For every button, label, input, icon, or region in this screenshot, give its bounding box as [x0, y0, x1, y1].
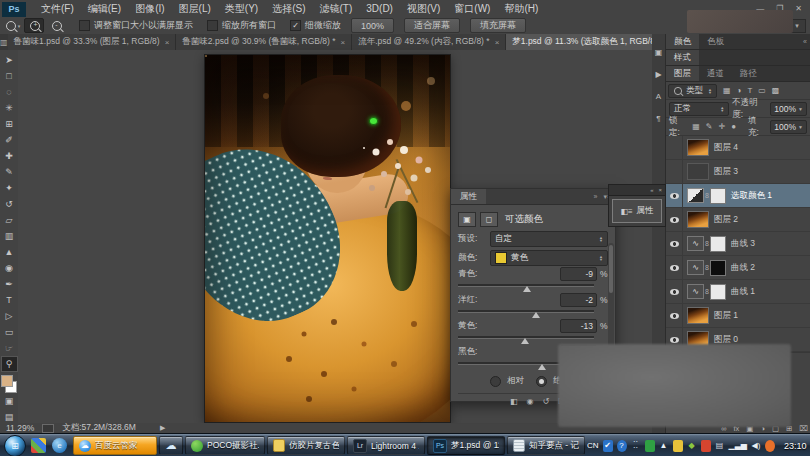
collapsed-panel-icon[interactable]: ▣ — [655, 48, 663, 57]
layers-bottom-icon[interactable]: ⌧ — [799, 424, 808, 433]
layer-name[interactable]: 选取颜色 1 — [731, 190, 772, 202]
layer-name[interactable]: 曲线 1 — [731, 286, 755, 298]
lock-icon[interactable]: ✎ — [706, 122, 713, 131]
tool-button[interactable]: ▱ — [1, 212, 18, 228]
tray-icon[interactable] — [765, 440, 775, 452]
layer-thumbnail[interactable] — [687, 307, 709, 324]
menu-item[interactable]: 图层(L) — [172, 0, 218, 17]
tool-button[interactable]: ▲ — [1, 244, 18, 260]
checkbox-box[interactable]: ✓ — [207, 20, 218, 31]
layer-row[interactable]: 8 选取颜色 1 — [666, 184, 810, 208]
tool-button[interactable]: ⚲ — [1, 356, 18, 372]
tray-icon[interactable]: ▲ — [659, 440, 669, 452]
collapsed-panel-icon[interactable]: ▶ — [655, 70, 661, 79]
tool-button[interactable]: ⊞ — [1, 116, 18, 132]
layer-row[interactable]: 8 图层 3 — [666, 160, 810, 184]
zoom-tool-icon[interactable]: ▾ — [4, 19, 22, 32]
tray-icon[interactable]: ◆ — [687, 440, 697, 452]
zoom-level-field[interactable]: 11.29% — [6, 423, 34, 433]
slider-thumb[interactable] — [523, 286, 531, 292]
tool-button[interactable]: ✦ — [1, 180, 18, 196]
status-arrow-icon[interactable]: ▶ — [160, 424, 165, 432]
canvas-photo[interactable] — [205, 55, 450, 422]
menu-item[interactable]: 选择(S) — [265, 0, 312, 17]
start-button[interactable]: ⊞ — [4, 435, 26, 456]
layer-name[interactable]: 图层 2 — [714, 214, 738, 226]
flyout-close-icon[interactable]: × — [658, 187, 662, 193]
checkbox-box[interactable]: ✓ — [290, 20, 301, 31]
option-checkbox[interactable]: ✓ 缩放所有窗口 — [207, 19, 276, 32]
properties-tab[interactable]: 属性 — [451, 189, 486, 204]
collapse-to-icons-button[interactable]: « — [803, 34, 810, 49]
layer-name[interactable]: 曲线 2 — [731, 262, 755, 274]
options-button[interactable]: 适合屏幕 — [404, 18, 460, 33]
panel-tab[interactable]: 通道 — [699, 66, 732, 81]
options-button[interactable]: 填充屏幕 — [470, 18, 526, 33]
relative-radio[interactable] — [490, 376, 501, 387]
taskbar-button[interactable]: POCO摄影社... — [185, 436, 265, 455]
layer-visibility-toggle[interactable] — [666, 136, 683, 159]
tray-icon[interactable]: ▁▃▅ — [729, 440, 747, 452]
layer-visibility-toggle[interactable] — [666, 208, 683, 231]
taskbar-button[interactable]: Ps 梦1.psd @ 11... — [427, 436, 505, 455]
color-swatches[interactable] — [1, 375, 17, 393]
layer-mask-thumbnail[interactable] — [710, 188, 726, 204]
collapsed-panel-icon[interactable]: ¶ — [656, 114, 660, 123]
layer-name[interactable]: 图层 1 — [714, 310, 738, 322]
layer-filter-icon[interactable]: ▦ — [723, 86, 731, 95]
document-tab[interactable]: 鲁菌味1.psd @ 33.3% (图层 1, RGB/8) × — [8, 34, 177, 50]
slider-value-field[interactable]: -13 — [560, 319, 597, 333]
menu-item[interactable]: 帮助(H) — [497, 0, 545, 17]
mask-link-icon[interactable]: 8 — [705, 240, 709, 247]
panel-tab[interactable]: 样式 — [666, 50, 699, 65]
tab-close-icon[interactable]: × — [341, 38, 346, 47]
taskbar-button[interactable]: Lr Lightroom 4 ... — [347, 436, 425, 455]
mask-link-icon[interactable]: 8 — [705, 264, 709, 271]
tray-icon[interactable]: ✔ — [603, 440, 613, 452]
slider-track[interactable] — [458, 282, 608, 292]
collapsed-panel-icon[interactable]: A — [656, 92, 661, 101]
layer-filter-icon[interactable]: ▭ — [758, 86, 766, 95]
tool-button[interactable]: ◌ — [1, 84, 18, 100]
slider-track[interactable] — [458, 334, 608, 344]
layer-row[interactable]: 8 曲线 3 — [666, 232, 810, 256]
slider-value-field[interactable]: -2 — [560, 293, 597, 307]
panel-tab[interactable]: 色板 — [699, 34, 732, 49]
layer-filter-icon[interactable]: ◑ — [737, 86, 742, 95]
tool-button[interactable]: ✒ — [1, 276, 18, 292]
menu-item[interactable]: 类型(Y) — [218, 0, 265, 17]
properties-bottom-icon[interactable]: ◧ — [510, 397, 518, 406]
document-tab[interactable]: 鲁菌味2.psd @ 30.9% (鲁菌味, RGB/8) * × — [176, 34, 352, 50]
tool-button[interactable]: ▭ — [1, 324, 18, 340]
layer-row[interactable]: 8 曲线 1 — [666, 280, 810, 304]
lock-icon[interactable]: ▦ — [692, 122, 700, 131]
layer-thumbnail[interactable] — [687, 188, 704, 203]
taskbar-button[interactable]: ☁ 百度云管家 — [73, 436, 157, 455]
tray-icon[interactable]: ? — [617, 440, 627, 452]
panel-tab[interactable]: 路径 — [732, 66, 765, 81]
document-tab[interactable]: 流年.psd @ 49.2% (内容, RGB/8) * × — [352, 34, 506, 50]
panel-tab[interactable]: 图层 — [666, 66, 699, 81]
checkbox-box[interactable]: ✓ — [79, 20, 90, 31]
properties-panel-chip[interactable]: ◧≡ 属性 — [612, 199, 662, 223]
tray-icon[interactable]: ◀) — [751, 440, 761, 452]
quick-launch-icon[interactable]: e — [52, 438, 67, 453]
layer-thumbnail[interactable] — [687, 260, 704, 275]
layer-mask-thumbnail[interactable] — [710, 284, 726, 300]
layer-visibility-toggle[interactable] — [666, 160, 683, 183]
slider-track[interactable] — [458, 308, 608, 318]
flyout-collapse-icon[interactable]: « — [650, 187, 653, 193]
menu-item[interactable]: 窗口(W) — [447, 0, 497, 17]
mask-link-icon[interactable]: 8 — [705, 192, 709, 199]
tray-icon[interactable] — [673, 440, 683, 452]
tool-button[interactable]: ☞ — [1, 340, 18, 356]
tool-button[interactable]: ◉ — [1, 260, 18, 276]
tool-button[interactable]: ✚ — [1, 148, 18, 164]
menu-item[interactable]: 滤镜(T) — [313, 0, 360, 17]
layer-row[interactable]: 8 图层 1 — [666, 304, 810, 328]
taskbar-button[interactable]: 仿胶片复古色... — [267, 436, 345, 455]
taskbar-button[interactable]: ☁ — [159, 436, 183, 455]
layer-visibility-toggle[interactable] — [666, 256, 683, 279]
layer-thumbnail[interactable] — [687, 284, 704, 299]
properties-bottom-icon[interactable]: ◉ — [527, 397, 534, 406]
